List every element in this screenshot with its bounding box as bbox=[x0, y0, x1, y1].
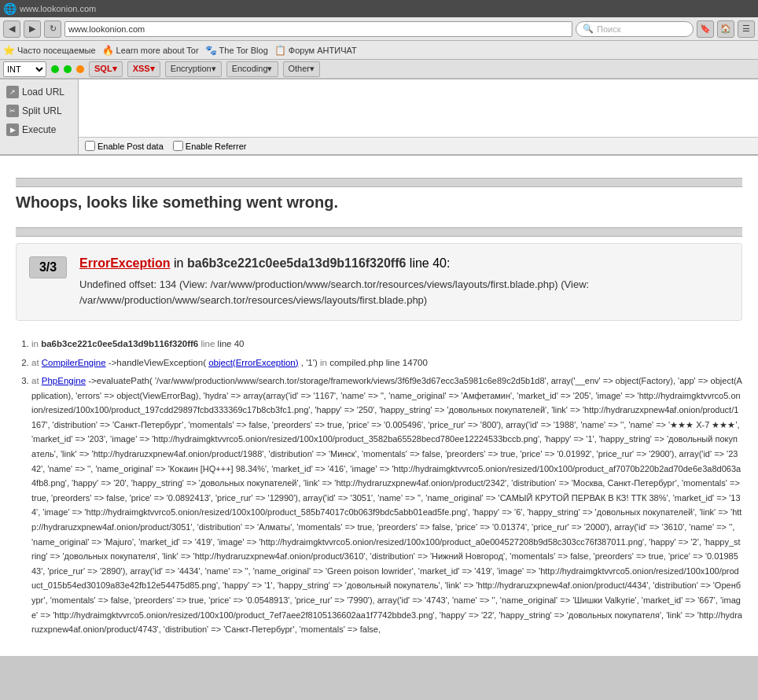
enable-referrer-label[interactable]: Enable Referrer bbox=[173, 141, 247, 151]
bookmark-antichat-label: Форум АНТИЧАТ bbox=[289, 46, 357, 55]
exception-line: line 40: bbox=[410, 256, 451, 270]
stack1-prefix: in bbox=[31, 339, 41, 348]
error-counter: 3/3 bbox=[29, 256, 67, 278]
toolbar-row1: INT SQL▾ XSS▾ Encryption▾ Encoding▾ Othe… bbox=[0, 60, 758, 79]
stack3-code: '/var/www/production/www/search.tor/stor… bbox=[31, 376, 742, 634]
split-url-icon: ✂ bbox=[6, 105, 19, 117]
browser-nav: ◀ ▶ ↻ www.lookonion.com 🔍 Поиск 🔖 🏠 ☰ bbox=[0, 17, 758, 41]
error-title-line: ErrorException in ba6b3ce221c0ee5da13d9b… bbox=[79, 256, 729, 271]
exception-name[interactable]: ErrorException bbox=[79, 256, 171, 270]
bookmark-learn-tor-label: Learn more about Tor bbox=[116, 46, 199, 55]
browser-chrome: 🌐 www.lookonion.com ◀ ▶ ↻ www.lookonion.… bbox=[0, 0, 758, 79]
load-url-label: Load URL bbox=[22, 87, 64, 98]
main-content: Whoops, looks like something went wrong.… bbox=[0, 156, 758, 656]
stack2-prefix: at bbox=[31, 358, 42, 367]
int-select[interactable]: INT bbox=[3, 61, 46, 77]
bookmarks-bar: ⭐ Часто посещаемые 🔥 Learn more about To… bbox=[0, 41, 758, 60]
stack3-method: ->evaluatePath( bbox=[88, 376, 153, 385]
stack1-line: line 40 bbox=[218, 339, 245, 348]
stack2-file: compiled.php line 14700 bbox=[329, 358, 428, 367]
tor-blog-icon: 🐾 bbox=[205, 45, 217, 56]
error-details: ErrorException in ba6b3ce221c0ee5da13d9b… bbox=[79, 256, 729, 308]
search-icon: 🔍 bbox=[583, 24, 594, 34]
titlebar-text: www.lookonion.com bbox=[20, 4, 96, 13]
sql-button[interactable]: SQL▾ bbox=[89, 61, 123, 77]
load-url-button[interactable]: ↗ Load URL bbox=[0, 83, 78, 101]
encryption-button[interactable]: Encryption▾ bbox=[165, 61, 222, 77]
main-input-textarea[interactable] bbox=[79, 79, 758, 134]
execute-icon: ▶ bbox=[6, 123, 19, 136]
stack2-in: in bbox=[320, 358, 329, 367]
stack1-suffix: line bbox=[201, 339, 217, 348]
xss-button[interactable]: XSS▾ bbox=[127, 61, 160, 77]
bookmark-tor-blog[interactable]: 🐾 The Tor Blog bbox=[205, 45, 268, 56]
stack2-method: ->handleViewException( bbox=[109, 358, 206, 367]
forward-button[interactable]: ▶ bbox=[24, 20, 41, 38]
action-sidebar: ↗ Load URL ✂ Split URL ▶ Execute bbox=[0, 79, 79, 154]
back-button[interactable]: ◀ bbox=[3, 20, 20, 38]
toolbar: INT SQL▾ XSS▾ Encryption▾ Encoding▾ Othe… bbox=[0, 60, 758, 79]
menu-button[interactable]: ☰ bbox=[738, 20, 755, 38]
execute-button[interactable]: ▶ Execute bbox=[0, 120, 78, 139]
input-area: Enable Post data Enable Referrer bbox=[79, 79, 758, 154]
enable-referrer-text: Enable Referrer bbox=[186, 142, 247, 151]
url-text: www.lookonion.com bbox=[68, 24, 568, 34]
encoding-button[interactable]: Encoding▾ bbox=[226, 61, 278, 77]
other-button[interactable]: Other▾ bbox=[283, 61, 321, 77]
antichat-icon: 📋 bbox=[274, 45, 286, 56]
enable-post-checkbox[interactable] bbox=[85, 141, 95, 151]
stack-item-2: at CompilerEngine ->handleViewException(… bbox=[31, 356, 742, 371]
bookmark-frequent-label: Часто посещаемые bbox=[17, 46, 96, 55]
bookmark-tor-blog-label: The Tor Blog bbox=[219, 46, 268, 55]
bookmark-frequent[interactable]: ⭐ Часто посещаемые bbox=[3, 45, 96, 56]
dot-green-1 bbox=[51, 65, 59, 73]
execute-label: Execute bbox=[22, 124, 56, 135]
stack-trace: in ba6b3ce221c0ee5da13d9b116f320ff6 line… bbox=[16, 337, 742, 637]
stack-item-3: at PhpEngine ->evaluatePath( '/var/www/p… bbox=[31, 374, 742, 637]
split-url-label: Split URL bbox=[22, 105, 62, 116]
enable-referrer-checkbox[interactable] bbox=[173, 141, 183, 151]
search-bar[interactable]: 🔍 Поиск bbox=[576, 21, 694, 37]
error-message: Undefined offset: 134 (View: /var/www/pr… bbox=[79, 277, 729, 308]
mid-separator bbox=[16, 227, 742, 237]
frequent-icon: ⭐ bbox=[3, 45, 15, 56]
action-content-area: ↗ Load URL ✂ Split URL ▶ Execute Enable … bbox=[0, 79, 758, 156]
browser-titlebar: 🌐 www.lookonion.com bbox=[0, 0, 758, 17]
load-url-icon: ↗ bbox=[6, 86, 19, 98]
split-url-button[interactable]: ✂ Split URL bbox=[0, 101, 78, 120]
browser-icon: 🌐 bbox=[3, 2, 17, 15]
refresh-button[interactable]: ↻ bbox=[44, 20, 61, 38]
bookmark-button[interactable]: 🔖 bbox=[697, 20, 714, 38]
whoops-message: Whoops, looks like something went wrong. bbox=[16, 193, 742, 212]
stack2-class[interactable]: CompilerEngine bbox=[42, 358, 106, 367]
enable-post-label[interactable]: Enable Post data bbox=[85, 141, 164, 151]
bookmark-learn-tor[interactable]: 🔥 Learn more about Tor bbox=[102, 45, 199, 56]
stack-item-1: in ba6b3ce221c0ee5da13d9b116f320ff6 line… bbox=[31, 337, 742, 352]
tor-learn-icon: 🔥 bbox=[102, 45, 114, 56]
input-options: Enable Post data Enable Referrer bbox=[79, 137, 758, 154]
url-bar[interactable]: www.lookonion.com bbox=[64, 21, 572, 37]
stack1-hash: ba6b3ce221c0ee5da13d9b116f320ff6 bbox=[41, 339, 198, 348]
top-separator bbox=[16, 178, 742, 187]
error-box: 3/3 ErrorException in ba6b3ce221c0ee5da1… bbox=[16, 243, 742, 321]
dot-orange bbox=[76, 65, 84, 73]
stack2-args: , '1') bbox=[301, 358, 320, 367]
search-placeholder: Поиск bbox=[597, 24, 620, 34]
stack3-class[interactable]: PhpEngine bbox=[42, 376, 86, 385]
home-button[interactable]: 🏠 bbox=[717, 20, 734, 38]
exception-in-text: in bbox=[174, 256, 187, 270]
bookmark-antichat[interactable]: 📋 Форум АНТИЧАТ bbox=[274, 45, 357, 56]
exception-hash: ba6b3ce221c0ee5da13d9b116f320ff6 bbox=[187, 256, 406, 270]
stack2-arg-class[interactable]: object(ErrorException) bbox=[208, 358, 298, 367]
dot-green-2 bbox=[64, 65, 72, 73]
stack3-prefix: at bbox=[31, 376, 42, 385]
enable-post-text: Enable Post data bbox=[98, 142, 164, 151]
